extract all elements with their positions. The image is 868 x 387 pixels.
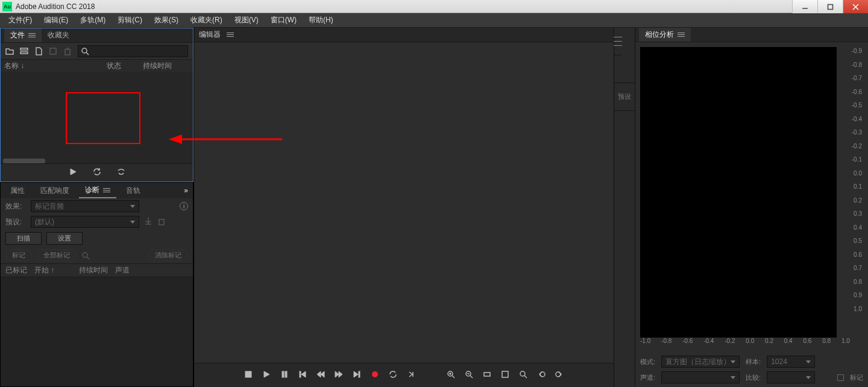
- zoom-out-icon[interactable]: [465, 370, 473, 380]
- play-icon[interactable]: [262, 370, 271, 380]
- panel-menu-icon[interactable]: [28, 33, 36, 37]
- mark-button[interactable]: 标记: [5, 250, 32, 261]
- channel-select[interactable]: [661, 371, 740, 383]
- effect-label: 效果:: [5, 201, 26, 212]
- menu-effects[interactable]: 效果(S): [148, 13, 184, 27]
- tab-tracks[interactable]: 音轨: [120, 183, 146, 198]
- tab-files[interactable]: 文件: [4, 28, 42, 42]
- new-file-icon[interactable]: [34, 47, 43, 55]
- zoom-in-icon[interactable]: [447, 370, 455, 380]
- record-icon[interactable]: [371, 370, 379, 380]
- phase-plot[interactable]: [640, 47, 837, 338]
- tab-loudness[interactable]: 匹配响度: [34, 183, 75, 198]
- loop-icon[interactable]: [93, 168, 101, 178]
- settings-button[interactable]: 设置: [46, 232, 83, 245]
- th-channel[interactable]: 声道: [115, 265, 188, 275]
- tab-files-label: 文件: [10, 30, 25, 40]
- panel-menu-icon[interactable]: [103, 188, 110, 192]
- svg-line-11: [87, 257, 89, 259]
- maximize-button[interactable]: [817, 0, 843, 13]
- zoom-sel-icon[interactable]: [501, 370, 509, 380]
- pause-icon[interactable]: [280, 370, 289, 380]
- preset-select[interactable]: (默认): [31, 216, 139, 228]
- zoom-in-time-icon[interactable]: [519, 370, 527, 380]
- next-icon[interactable]: [353, 370, 361, 380]
- mode-select[interactable]: 直方图（日志缩放）: [661, 356, 740, 368]
- editor-body[interactable]: [194, 42, 614, 363]
- search-icon[interactable]: [81, 251, 90, 260]
- menu-view[interactable]: 视图(V): [228, 13, 265, 27]
- svg-rect-6: [50, 48, 56, 54]
- tab-properties[interactable]: 属性: [4, 183, 31, 198]
- menu-favorites[interactable]: 收藏夹(R): [184, 13, 228, 27]
- search-input[interactable]: [78, 45, 188, 57]
- menu-multitrack[interactable]: 多轨(M): [74, 13, 112, 27]
- panel-menu-icon[interactable]: [227, 33, 234, 37]
- open-file-icon[interactable]: [5, 47, 14, 55]
- minimize-button[interactable]: [792, 0, 817, 13]
- close-button[interactable]: [843, 0, 868, 13]
- info-icon[interactable]: i: [180, 202, 188, 210]
- new-multitrack-icon[interactable]: [20, 47, 28, 55]
- compare-select[interactable]: [767, 371, 815, 383]
- col-status[interactable]: 状态: [107, 61, 143, 71]
- tab-favorites[interactable]: 收藏夹: [42, 28, 75, 42]
- zoom-left-icon[interactable]: [537, 370, 546, 380]
- rewind-icon[interactable]: [316, 370, 325, 380]
- left-column: 文件 收藏夹 名称 ↓ 状态 持续时间: [0, 28, 194, 387]
- editor-panel: 编辑器: [194, 28, 614, 387]
- menu-clip[interactable]: 剪辑(C): [112, 13, 148, 27]
- panel-menu-icon[interactable]: [678, 33, 685, 37]
- col-duration[interactable]: 持续时间: [143, 61, 193, 71]
- zoom-fit-icon[interactable]: [483, 370, 491, 380]
- loop-toggle-icon[interactable]: [389, 370, 397, 380]
- col-name[interactable]: 名称 ↓: [4, 61, 107, 71]
- delete-preset-icon[interactable]: [157, 217, 166, 227]
- scan-button[interactable]: 扫描: [5, 232, 42, 245]
- save-preset-icon[interactable]: [144, 217, 153, 227]
- svg-marker-24: [354, 371, 358, 377]
- effect-row: 效果: 标记音频 i: [1, 198, 193, 214]
- files-toolbar: [1, 43, 193, 60]
- effect-select[interactable]: 标记音频: [31, 200, 139, 212]
- preview-play-icon[interactable]: [69, 168, 77, 178]
- side-menu-icon[interactable]: [614, 28, 621, 55]
- y-tick: -0.2: [852, 142, 862, 149]
- svg-point-38: [540, 372, 545, 377]
- th-marked[interactable]: 已标记: [5, 265, 34, 275]
- diag-table-body[interactable]: [1, 277, 193, 386]
- files-list[interactable]: [1, 72, 193, 163]
- stop-icon[interactable]: [244, 370, 253, 380]
- svg-point-39: [556, 372, 561, 377]
- horiz-scrollbar[interactable]: [3, 159, 45, 163]
- menu-window[interactable]: 窗口(W): [265, 13, 303, 27]
- skip-icon[interactable]: [407, 370, 415, 380]
- mark-all-button[interactable]: 全部标记: [37, 250, 77, 261]
- phase-footer: 模式: 直方图（日志缩放） 样本: 1024 声道: 比较: 标记: [635, 352, 868, 387]
- th-start[interactable]: 开始 ↑: [34, 265, 79, 275]
- menu-help[interactable]: 帮助(H): [303, 13, 339, 27]
- y-tick: 0.0: [854, 169, 862, 176]
- clear-marks-button[interactable]: 清除标记: [148, 250, 188, 261]
- more-tabs-icon[interactable]: »: [184, 186, 188, 195]
- zoom-right-icon[interactable]: [555, 370, 564, 380]
- y-tick: 0.5: [854, 238, 862, 244]
- trash-icon[interactable]: [63, 47, 72, 55]
- side-preset-label[interactable]: 预设: [614, 83, 635, 111]
- forward-icon[interactable]: [335, 370, 343, 380]
- th-duration[interactable]: 持续时间: [79, 265, 115, 275]
- samples-select[interactable]: 1024: [767, 356, 815, 368]
- svg-rect-1: [828, 4, 833, 9]
- tab-phase[interactable]: 相位分析: [639, 28, 691, 42]
- transport-bar: [194, 363, 614, 387]
- prev-icon[interactable]: [298, 370, 307, 380]
- tab-diagnostics[interactable]: 诊断: [79, 183, 116, 198]
- y-tick: -0.4: [852, 115, 862, 122]
- y-tick: 1.0: [854, 306, 862, 312]
- mark-checkbox[interactable]: [837, 374, 844, 381]
- menu-file[interactable]: 文件(F): [2, 13, 38, 27]
- menu-edit[interactable]: 编辑(E): [38, 13, 74, 27]
- autoplay-icon[interactable]: [117, 168, 125, 178]
- svg-line-28: [452, 376, 454, 378]
- import-icon[interactable]: [49, 47, 57, 55]
